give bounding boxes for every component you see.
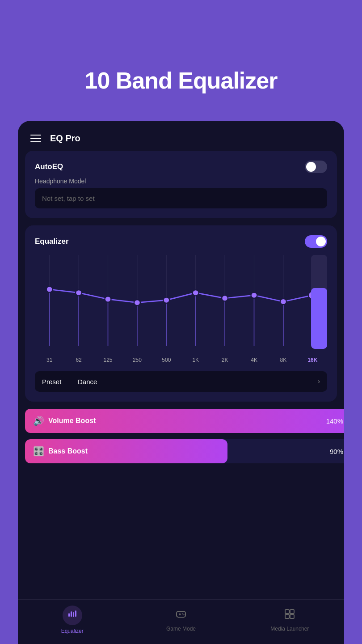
headphone-model-field[interactable]: Not set, tap to set xyxy=(35,188,327,208)
bass-boost-percent: 90% xyxy=(330,448,343,455)
freq-4k: 4K xyxy=(240,357,269,363)
vertical-eq-slider[interactable] xyxy=(311,255,327,349)
freq-125: 125 xyxy=(93,357,122,363)
navbar: EQ Pro xyxy=(18,121,344,151)
volume-boost-bar[interactable]: 🔊 Volume Boost 140% xyxy=(25,409,344,433)
freq-labels: 31 62 125 250 500 1K 2K 4K 8K 16K xyxy=(35,357,327,368)
nav-equalizer[interactable]: Equalizer xyxy=(18,606,126,634)
freq-31: 31 xyxy=(35,357,64,363)
svg-point-26 xyxy=(251,292,257,298)
nav-game-mode[interactable]: Game Mode xyxy=(126,608,235,632)
bass-boost-bar[interactable]: 🎛️ Bass Boost 90% xyxy=(25,439,344,463)
nav-media-launcher-label: Media Launcher xyxy=(270,626,309,632)
nav-game-mode-label: Game Mode xyxy=(166,626,196,632)
svg-point-36 xyxy=(182,613,183,614)
nav-equalizer-label: Equalizer xyxy=(61,628,84,634)
autoeq-row: AutoEQ xyxy=(35,161,327,173)
preset-selector[interactable]: Preset Dance › xyxy=(35,371,327,392)
freq-16k: 16K xyxy=(298,357,327,363)
svg-point-37 xyxy=(183,614,184,615)
eq-chart-area[interactable] xyxy=(35,255,327,353)
svg-rect-38 xyxy=(285,610,289,614)
autoeq-panel: AutoEQ Headphone Model Not set, tap to s… xyxy=(25,151,337,218)
bass-boost-label: Bass Boost xyxy=(48,447,88,455)
svg-point-27 xyxy=(280,299,286,305)
freq-1k: 1K xyxy=(181,357,210,363)
menu-button[interactable] xyxy=(30,135,41,143)
svg-rect-30 xyxy=(71,611,72,617)
svg-point-19 xyxy=(46,286,53,292)
svg-rect-31 xyxy=(73,612,74,617)
nav-equalizer-bg xyxy=(63,606,82,625)
freq-62: 62 xyxy=(64,357,93,363)
svg-point-20 xyxy=(76,290,82,296)
bottom-navigation: Equalizer Game Mode xyxy=(18,599,344,644)
svg-rect-41 xyxy=(290,614,294,619)
svg-rect-29 xyxy=(68,613,70,617)
game-mode-nav-icon xyxy=(175,608,187,623)
nav-media-launcher[interactable]: Media Launcher xyxy=(236,608,344,632)
svg-point-24 xyxy=(193,290,199,296)
autoeq-label: AutoEQ xyxy=(35,162,63,171)
preset-chevron-icon: › xyxy=(318,377,320,386)
eq-chart-svg xyxy=(35,255,327,353)
volume-boost-percent: 140% xyxy=(326,417,343,425)
svg-point-25 xyxy=(222,295,228,301)
volume-boost-label: Volume Boost xyxy=(48,417,96,425)
eq-header: Equalizer xyxy=(35,235,327,248)
equalizer-toggle[interactable] xyxy=(305,235,327,248)
media-launcher-nav-icon xyxy=(283,608,296,623)
preset-value: Dance xyxy=(78,378,318,386)
svg-point-21 xyxy=(105,296,111,302)
equalizer-nav-icon xyxy=(67,609,78,622)
volume-icon: 🔊 xyxy=(33,415,44,426)
freq-2k: 2K xyxy=(210,357,239,363)
equalizer-label: Equalizer xyxy=(35,237,69,246)
freq-8k: 8K xyxy=(269,357,298,363)
svg-rect-39 xyxy=(290,610,294,614)
hero-title: 10 Band Equalizer xyxy=(85,67,278,94)
freq-250: 250 xyxy=(122,357,152,363)
app-title: EQ Pro xyxy=(50,133,80,144)
svg-rect-40 xyxy=(285,614,289,619)
freq-500: 500 xyxy=(152,357,181,363)
app-card: EQ Pro AutoEQ Headphone Model Not set, t… xyxy=(18,121,344,644)
svg-point-22 xyxy=(134,300,140,305)
autoeq-toggle[interactable] xyxy=(305,161,327,173)
headphone-model-label: Headphone Model xyxy=(35,178,327,185)
svg-point-23 xyxy=(163,297,169,303)
equalizer-panel: Equalizer xyxy=(25,225,337,402)
preset-label: Preset xyxy=(42,378,78,386)
svg-rect-32 xyxy=(75,610,76,617)
bass-icon: 🎛️ xyxy=(33,446,44,457)
